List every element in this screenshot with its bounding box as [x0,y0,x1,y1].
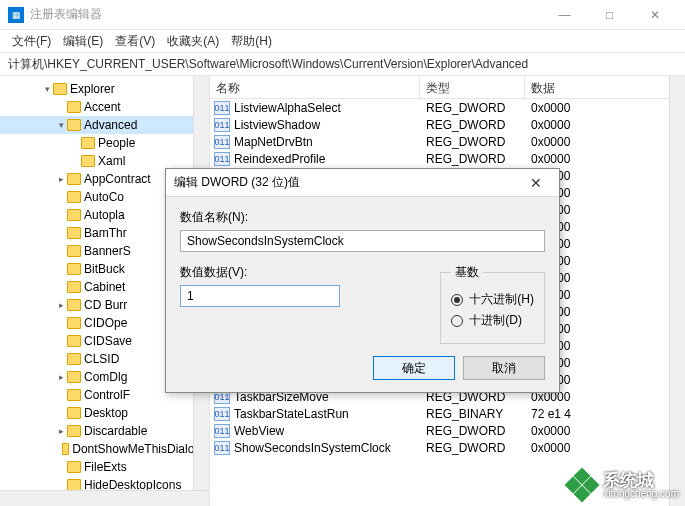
row-data: 0x0000 [525,118,685,132]
tree-item[interactable]: FileExts [0,458,209,476]
value-data-label: 数值数据(V): [180,264,420,281]
radio-dec-indicator [451,315,463,327]
value-name-field: ShowSecondsInSystemClock [180,230,545,252]
list-row[interactable]: 011ShowSecondsInSystemClockREG_DWORD0x00… [210,439,685,456]
window-title: 注册表编辑器 [30,6,542,23]
tree-item-label: Autopla [84,208,125,222]
close-button[interactable]: ✕ [632,1,677,29]
menu-edit[interactable]: 编辑(E) [59,31,107,52]
col-type[interactable]: 类型 [420,76,525,98]
folder-icon [67,335,81,347]
row-type: REG_DWORD [420,118,525,132]
value-icon: 011 [214,424,230,438]
dialog-titlebar[interactable]: 编辑 DWORD (32 位)值 ✕ [166,169,559,197]
tree-item[interactable]: Desktop [0,404,209,422]
dialog-close-button[interactable]: ✕ [521,175,551,191]
tree-item[interactable]: ▸Discardable [0,422,209,440]
folder-icon [53,83,67,95]
menubar: 文件(F) 编辑(E) 查看(V) 收藏夹(A) 帮助(H) [0,30,685,52]
titlebar: ▦ 注册表编辑器 — □ ✕ [0,0,685,30]
value-icon: 011 [214,135,230,149]
tree-item-label: DontShowMeThisDialogA [72,442,209,456]
app-icon: ▦ [8,7,24,23]
tree-item-label: BamThr [84,226,127,240]
list-row[interactable]: 011MapNetDrvBtnREG_DWORD0x0000 [210,133,685,150]
maximize-button[interactable]: □ [587,1,632,29]
col-name[interactable]: 名称 [210,76,420,98]
tree-item[interactable]: People [0,134,209,152]
folder-icon [67,245,81,257]
tree-item-label: BannerS [84,244,131,258]
folder-icon [67,353,81,365]
tree-item-label: CIDOpe [84,316,127,330]
twisty-icon[interactable]: ▸ [56,174,66,184]
radio-dec[interactable]: 十进制(D) [451,312,534,329]
row-type: REG_DWORD [420,424,525,438]
watermark-brand: 系统城 [603,472,679,489]
tree-item[interactable]: DontShowMeThisDialogA [0,440,209,458]
folder-icon [67,281,81,293]
value-icon: 011 [214,441,230,455]
list-scrollbar-v[interactable] [669,76,685,506]
row-name: ListviewShadow [234,118,420,132]
row-name: MapNetDrvBtn [234,135,420,149]
value-name-label: 数值名称(N): [180,209,545,226]
list-row[interactable]: 011ListviewShadowREG_DWORD0x0000 [210,116,685,133]
row-type: REG_DWORD [420,441,525,455]
list-row[interactable]: 011WebViewREG_DWORD0x0000 [210,422,685,439]
list-row[interactable]: 011ListviewAlphaSelectREG_DWORD0x0000 [210,99,685,116]
twisty-icon[interactable]: ▸ [56,372,66,382]
tree-item-label: Discardable [84,424,147,438]
watermark: 系统城 xitongcheng.com [567,470,679,500]
list-row[interactable]: 011ReindexedProfileREG_DWORD0x0000 [210,150,685,167]
tree-item-label: Cabinet [84,280,125,294]
menu-file[interactable]: 文件(F) [8,31,55,52]
row-data: 0x0000 [525,424,685,438]
menu-view[interactable]: 查看(V) [111,31,159,52]
base-legend: 基数 [451,264,483,281]
tree-item-label: Explorer [70,82,115,96]
tree-item-label: CIDSave [84,334,132,348]
tree-item-label: Desktop [84,406,128,420]
watermark-logo [567,470,597,500]
tree-item-label: CD Burr [84,298,127,312]
twisty-icon[interactable]: ▸ [56,300,66,310]
tree-scrollbar-h[interactable] [0,490,209,506]
ok-button[interactable]: 确定 [373,356,455,380]
menu-help[interactable]: 帮助(H) [227,31,276,52]
row-type: REG_DWORD [420,135,525,149]
value-icon: 011 [214,152,230,166]
folder-icon [81,155,95,167]
menu-favorites[interactable]: 收藏夹(A) [163,31,223,52]
tree-item[interactable]: ▾Advanced [0,116,209,134]
twisty-icon[interactable]: ▾ [42,84,52,94]
folder-icon [67,299,81,311]
row-name: TaskbarStateLastRun [234,407,420,421]
col-data[interactable]: 数据 [525,76,685,98]
folder-icon [67,425,81,437]
folder-icon [67,101,81,113]
dialog-title: 编辑 DWORD (32 位)值 [174,174,521,191]
row-name: ListviewAlphaSelect [234,101,420,115]
value-data-input[interactable] [180,285,340,307]
tree-item-label: ComDlg [84,370,127,384]
folder-icon [67,461,81,473]
radio-hex[interactable]: 十六进制(H) [451,291,534,308]
folder-icon [67,209,81,221]
tree-item-label: AppContract [84,172,151,186]
minimize-button[interactable]: — [542,1,587,29]
twisty-icon[interactable]: ▾ [56,120,66,130]
folder-icon [67,389,81,401]
tree-item[interactable]: Accent [0,98,209,116]
tree-item-label: ControlF [84,388,130,402]
folder-icon [81,137,95,149]
list-row[interactable]: 011TaskbarStateLastRunREG_BINARY72 e1 4 [210,405,685,422]
cancel-button[interactable]: 取消 [463,356,545,380]
tree-item[interactable]: ▾Explorer [0,80,209,98]
twisty-icon[interactable]: ▸ [56,426,66,436]
row-name: WebView [234,424,420,438]
addressbar[interactable]: 计算机\HKEY_CURRENT_USER\Software\Microsoft… [0,52,685,76]
value-icon: 011 [214,407,230,421]
row-data: 72 e1 4 [525,407,685,421]
row-data: 0x0000 [525,441,685,455]
